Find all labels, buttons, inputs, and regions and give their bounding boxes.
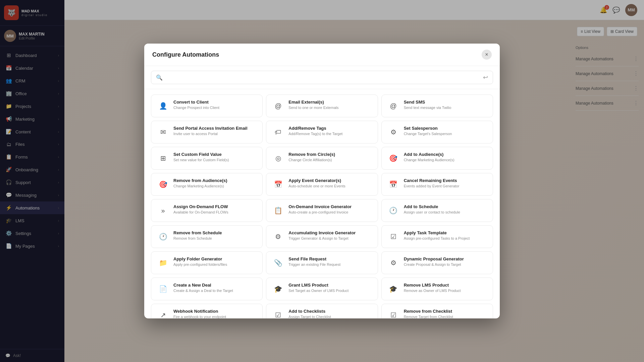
card-icon-apply-task-template: ☑ (387, 230, 400, 243)
card-desc-send-file-request: Trigger an existing File Request (288, 262, 372, 266)
card-icon-set-custom-field: ⊞ (157, 152, 169, 165)
card-icon-email-externals: @ (272, 100, 284, 112)
card-desc-set-salesperson: Change Target's Salesperson (404, 132, 487, 136)
card-icon-assign-on-demand-flow: » (157, 204, 169, 217)
card-text-apply-event-generator: Apply Event Generator(s) Auto-schedule o… (288, 178, 372, 188)
card-text-remove-from-circle: Remove from Circle(s) Change Circle Affi… (288, 152, 372, 162)
card-desc-apply-folder-generator: Apply pre-configured folders/files (173, 262, 257, 266)
card-text-add-to-audiences: Add to Audience(s) Change Marketing Audi… (404, 152, 487, 162)
card-desc-create-new-deal: Create & Assign a Deal to the Target (173, 289, 257, 293)
automation-card-add-to-audiences[interactable]: 🎯 Add to Audience(s) Change Marketing Au… (381, 147, 493, 170)
automation-card-add-remove-tags[interactable]: 🏷 Add/Remove Tags Add/Remove Tag(s) to t… (266, 121, 378, 143)
card-text-create-new-deal: Create a New Deal Create & Assign a Deal… (173, 283, 257, 293)
card-text-dynamic-proposal-generator: Dynamic Proposal Generator Create Propos… (404, 256, 487, 266)
card-title-create-new-deal: Create a New Deal (173, 283, 257, 288)
card-icon-create-new-deal: 📄 (157, 283, 169, 295)
card-text-set-custom-field: Set Custom Field Value Set new value for… (173, 152, 257, 162)
automation-card-cancel-remaining-events[interactable]: 📅 Cancel Remaining Events Events added b… (381, 173, 493, 196)
card-title-remove-from-circle: Remove from Circle(s) (288, 152, 372, 157)
automation-card-remove-from-checklist[interactable]: ☑ Remove from Checklist Remove Target fr… (381, 304, 493, 318)
card-desc-send-sms: Send text message via Twilio (404, 106, 487, 110)
card-desc-assign-on-demand-flow: Available for On-Demand FLOWs (173, 210, 257, 214)
card-desc-remove-from-circle: Change Circle Affiliation(s) (288, 158, 372, 162)
automation-card-apply-task-template[interactable]: ☑ Apply Task Template Assign pre-configu… (381, 225, 493, 248)
card-title-remove-from-audiences: Remove from Audience(s) (173, 178, 257, 183)
card-text-assign-on-demand-flow: Assign On-Demand FLOW Available for On-D… (173, 204, 257, 214)
card-title-accumulating-invoice-generator: Accumulating Invoice Generator (288, 230, 372, 235)
card-title-grant-lms-product: Grant LMS Product (288, 283, 372, 288)
automation-card-send-portal-access[interactable]: ✉ Send Portal Access Invitation Email In… (151, 121, 263, 143)
card-text-remove-lms-product: Remove LMS Product Remove as Owner of LM… (404, 283, 487, 293)
automation-card-email-externals[interactable]: @ Email External(s) Send to one or more … (266, 95, 378, 117)
card-icon-add-to-checklists: ☑ (272, 309, 284, 318)
automation-card-webhook-notification[interactable]: ↗ Webhook Notification Fire a webhook to… (151, 304, 263, 318)
card-title-add-to-checklists: Add to Checklists (288, 309, 372, 314)
automation-card-on-demand-invoice-generator[interactable]: 📋 On-Demand Invoice Generator Auto-creat… (266, 199, 378, 222)
card-text-accumulating-invoice-generator: Accumulating Invoice Generator Trigger G… (288, 230, 372, 240)
card-title-dynamic-proposal-generator: Dynamic Proposal Generator (404, 256, 487, 261)
card-title-apply-folder-generator: Apply Folder Generator (173, 256, 257, 261)
automation-card-remove-from-circle[interactable]: ◎ Remove from Circle(s) Change Circle Af… (266, 147, 378, 170)
card-title-add-remove-tags: Add/Remove Tags (288, 126, 372, 131)
automation-card-add-to-checklists[interactable]: ☑ Add to Checklists Assign Target to Che… (266, 304, 378, 318)
card-icon-remove-from-circle: ◎ (272, 152, 284, 165)
card-icon-apply-folder-generator: 📁 (157, 256, 169, 269)
card-desc-remove-lms-product: Remove as Owner of LMS Product (404, 289, 487, 293)
modal-title: Configure Automations (152, 51, 219, 58)
card-desc-add-to-checklists: Assign Target to Checklist (288, 315, 372, 318)
automation-cards-grid: 👤 Convert to Client Change Prospect into… (144, 89, 500, 318)
card-icon-set-salesperson: ⚙ (387, 126, 400, 138)
card-title-set-salesperson: Set Salesperson (404, 126, 487, 131)
automation-card-remove-from-audiences[interactable]: 🎯 Remove from Audience(s) Change Marketi… (151, 173, 263, 196)
modal-header: Configure Automations × (144, 44, 500, 66)
card-icon-remove-from-checklist: ☑ (387, 309, 400, 318)
automation-card-remove-from-schedule[interactable]: 🕐 Remove from Schedule Remove from Sched… (151, 225, 263, 248)
card-icon-send-portal-access: ✉ (157, 126, 169, 138)
card-text-remove-from-schedule: Remove from Schedule Remove from Schedul… (173, 230, 257, 240)
automation-card-convert-to-client[interactable]: 👤 Convert to Client Change Prospect into… (151, 95, 263, 117)
card-icon-add-remove-tags: 🏷 (272, 126, 284, 138)
search-input[interactable] (166, 75, 480, 80)
automation-card-apply-folder-generator[interactable]: 📁 Apply Folder Generator Apply pre-confi… (151, 251, 263, 274)
automation-card-add-to-schedule[interactable]: 🕐 Add to Schedule Assign user or contact… (381, 199, 493, 222)
search-box: 🔍 ↩ (151, 71, 493, 84)
card-title-convert-to-client: Convert to Client (173, 100, 257, 105)
automation-card-assign-on-demand-flow[interactable]: » Assign On-Demand FLOW Available for On… (151, 199, 263, 222)
back-arrow-icon[interactable]: ↩ (483, 74, 488, 81)
card-title-send-portal-access: Send Portal Access Invitation Email (173, 126, 257, 131)
card-icon-remove-from-audiences: 🎯 (157, 178, 169, 191)
card-title-remove-lms-product: Remove LMS Product (404, 283, 487, 288)
modal-search-area: 🔍 ↩ (144, 66, 500, 89)
card-text-webhook-notification: Webhook Notification Fire a webhook to y… (173, 309, 257, 318)
card-title-set-custom-field: Set Custom Field Value (173, 152, 257, 157)
card-title-apply-event-generator: Apply Event Generator(s) (288, 178, 372, 183)
card-desc-send-portal-access: Invite user to access Portal (173, 132, 257, 136)
automation-card-send-sms[interactable]: @ Send SMS Send text message via Twilio (381, 95, 493, 117)
automation-card-apply-event-generator[interactable]: 📅 Apply Event Generator(s) Auto-schedule… (266, 173, 378, 196)
card-icon-send-sms: @ (387, 100, 400, 112)
automation-card-send-file-request[interactable]: 📎 Send File Request Trigger an existing … (266, 251, 378, 274)
card-title-on-demand-invoice-generator: On-Demand Invoice Generator (288, 204, 372, 209)
card-icon-remove-lms-product: 🎓 (387, 283, 400, 295)
card-text-cancel-remaining-events: Cancel Remaining Events Events added by … (404, 178, 487, 188)
automation-card-set-custom-field[interactable]: ⊞ Set Custom Field Value Set new value f… (151, 147, 263, 170)
automation-card-accumulating-invoice-generator[interactable]: ⚙ Accumulating Invoice Generator Trigger… (266, 225, 378, 248)
card-title-assign-on-demand-flow: Assign On-Demand FLOW (173, 204, 257, 209)
card-icon-cancel-remaining-events: 📅 (387, 178, 400, 191)
automation-card-grant-lms-product[interactable]: 🎓 Grant LMS Product Set Target as Owner … (266, 278, 378, 300)
card-text-apply-folder-generator: Apply Folder Generator Apply pre-configu… (173, 256, 257, 266)
card-title-apply-task-template: Apply Task Template (404, 230, 487, 235)
automation-card-create-new-deal[interactable]: 📄 Create a New Deal Create & Assign a De… (151, 278, 263, 300)
modal-close-button[interactable]: × (482, 50, 492, 60)
card-title-add-to-audiences: Add to Audience(s) (404, 152, 487, 157)
card-title-send-sms: Send SMS (404, 100, 487, 105)
automation-card-set-salesperson[interactable]: ⚙ Set Salesperson Change Target's Salesp… (381, 121, 493, 143)
configure-automations-modal: Configure Automations × 🔍 ↩ 👤 Convert to… (144, 44, 500, 318)
card-title-webhook-notification: Webhook Notification (173, 309, 257, 314)
card-desc-add-remove-tags: Add/Remove Tag(s) to the Target (288, 132, 372, 136)
automation-card-dynamic-proposal-generator[interactable]: ⚙ Dynamic Proposal Generator Create Prop… (381, 251, 493, 274)
card-text-email-externals: Email External(s) Send to one or more Ex… (288, 100, 372, 110)
card-text-remove-from-checklist: Remove from Checklist Remove Target from… (404, 309, 487, 318)
card-desc-grant-lms-product: Set Target as Owner of LMS Product (288, 289, 372, 293)
automation-card-remove-lms-product[interactable]: 🎓 Remove LMS Product Remove as Owner of … (381, 278, 493, 300)
